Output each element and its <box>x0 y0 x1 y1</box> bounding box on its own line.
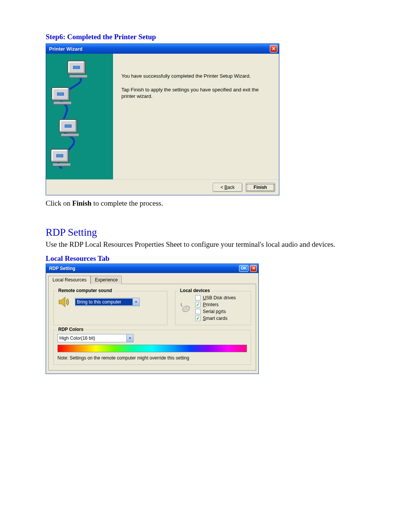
remote-sound-select[interactable]: Bring to this computer ▾ <box>75 298 140 306</box>
rdp-colors-note: Note: Settings on the remote computer mi… <box>57 355 247 361</box>
local-devices-list: USB Disk drivesPrintersSerial portsSmart… <box>195 295 236 321</box>
device-label: Printers <box>203 302 218 307</box>
back-underline: B <box>225 185 228 190</box>
groupbox-local-devices: Local devices USB Disk drivesPrintersSer… <box>175 291 251 325</box>
wizard-body: You have successfully completed the Prin… <box>46 54 279 179</box>
ok-button[interactable]: OK <box>239 265 249 272</box>
speaker-icon <box>57 295 71 309</box>
wizard-text: You have successfully completed the Prin… <box>113 54 279 179</box>
tab-row: Local Resources Experience <box>46 273 258 284</box>
wizard-message-1: You have successfully completed the Prin… <box>121 73 269 80</box>
monitor-icon <box>51 87 73 105</box>
groupbox-remote-sound: Remote computer sound Bring to this comp… <box>53 291 167 325</box>
instruction-bold: Finish <box>72 199 92 207</box>
checkbox[interactable] <box>195 295 201 300</box>
rdp-body-text: Use the RDP Local Resources Properties S… <box>46 240 365 249</box>
rdp-colors-select[interactable]: High Color(16 bit) ▾ <box>57 334 134 342</box>
rdp-colors-legend: RDP Colors <box>57 327 85 332</box>
wizard-graphic <box>46 54 113 179</box>
rdp-titlebar[interactable]: RDP Setting OK ✕ <box>46 264 258 273</box>
step6-instruction: Click on Finish to complete the process. <box>46 199 365 208</box>
local-resources-subheading: Local Resources Tab <box>46 254 365 263</box>
close-button[interactable]: ✕ <box>270 45 277 53</box>
svg-marker-0 <box>59 297 65 307</box>
close-icon: ✕ <box>272 46 276 51</box>
mouse-icon <box>179 302 191 314</box>
back-button[interactable]: < Back <box>213 183 242 192</box>
rdp-setting-window: RDP Setting OK ✕ Local Resources Experie… <box>46 264 259 374</box>
monitor-icon <box>59 119 81 137</box>
device-label: USB Disk drives <box>203 295 236 300</box>
finish-button[interactable]: Finish <box>245 183 275 192</box>
rdp-colors-value: High Color(16 bit) <box>58 335 126 342</box>
device-label: Serial ports <box>203 309 226 314</box>
wizard-footer: < Back Finish <box>46 179 279 195</box>
close-button[interactable]: ✕ <box>250 265 257 272</box>
device-checkbox-row[interactable]: Smart cards <box>195 316 236 321</box>
checkbox[interactable] <box>195 309 201 314</box>
instruction-prefix: Click on <box>46 199 72 207</box>
wizard-message-2: Tap Finish to apply the settings you hav… <box>121 86 269 100</box>
step6-heading: Step6: Completed the Printer Setup <box>46 33 365 41</box>
printer-wizard-window: Printer Wizard ✕ You have successfully c… <box>46 43 279 195</box>
tab-experience[interactable]: Experience <box>91 276 122 284</box>
back-suffix: ack <box>228 185 235 190</box>
printer-wizard-title: Printer Wizard <box>49 46 83 52</box>
dropdown-arrow-icon[interactable]: ▾ <box>132 298 139 306</box>
dropdown-arrow-icon[interactable]: ▾ <box>126 334 133 342</box>
checkbox[interactable] <box>195 302 201 307</box>
instruction-suffix: to complete the process. <box>91 199 163 207</box>
checkbox[interactable] <box>195 316 201 321</box>
local-devices-legend: Local devices <box>178 288 212 293</box>
remote-sound-legend: Remote computer sound <box>57 288 113 293</box>
remote-sound-value: Bring to this computer <box>75 299 132 305</box>
monitor-icon <box>51 149 73 166</box>
color-spectrum-bar <box>57 345 247 352</box>
printer-wizard-titlebar[interactable]: Printer Wizard ✕ <box>46 44 279 54</box>
monitor-icon <box>67 61 89 78</box>
svg-point-1 <box>182 305 191 313</box>
tab-local-resources[interactable]: Local Resources <box>48 276 91 284</box>
device-checkbox-row[interactable]: Serial ports <box>195 309 236 314</box>
device-checkbox-row[interactable]: Printers <box>195 302 236 307</box>
tab-body-local-resources: Remote computer sound Bring to this comp… <box>48 284 256 371</box>
close-icon: ✕ <box>252 266 255 271</box>
device-checkbox-row[interactable]: USB Disk drives <box>195 295 236 300</box>
rdp-window-title: RDP Setting <box>49 266 75 271</box>
rdp-section-heading: RDP Setting <box>46 227 365 238</box>
back-prefix: < <box>220 185 224 190</box>
device-label: Smart cards <box>203 316 228 321</box>
groupbox-rdp-colors: RDP Colors High Color(16 bit) ▾ Note: Se… <box>53 330 251 365</box>
